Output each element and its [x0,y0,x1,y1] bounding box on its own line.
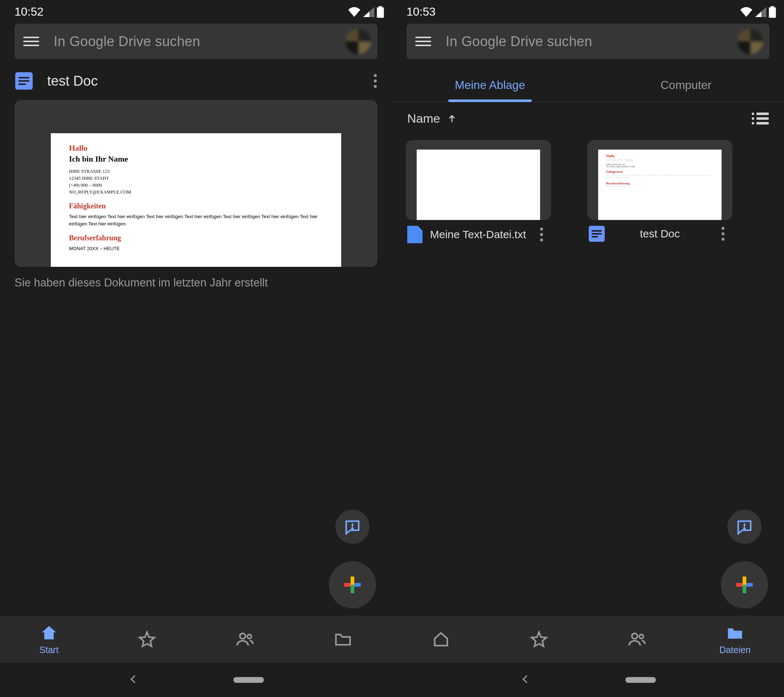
wifi-icon [740,7,753,17]
status-icons [348,6,384,18]
file-grid: Meine Text-Datei.txt Hallo Ich bin Ihr N… [392,140,784,243]
tab-computer[interactable]: Computer [588,69,784,102]
home-icon [40,624,58,643]
search-container: In Google Drive suchen [392,24,784,69]
file-more-icon[interactable] [715,226,731,242]
star-icon [530,630,548,649]
plus-icon [736,577,753,593]
svg-point-3 [247,634,252,639]
search-container: In Google Drive suchen [0,24,392,69]
docs-icon [15,72,33,90]
signal-icon [363,7,375,17]
feedback-fab[interactable] [335,510,369,544]
nav-starred[interactable] [98,616,196,663]
file-more-icon[interactable] [534,227,550,242]
feedback-fab[interactable] [727,510,761,544]
suggestion-preview[interactable]: Hallo Ich bin Ihr Name IHRE STRASSE 123 … [15,100,377,267]
system-back[interactable] [520,674,531,686]
system-back[interactable] [128,674,139,686]
screen-files: 10:53 In Google Drive suchen Meine Ablag… [392,0,784,697]
document-preview: Hallo Ich bin Ihr Name IHRE STRASSE 123 … [51,133,341,267]
svg-point-5 [744,528,745,529]
file-thumbnail [406,140,551,220]
docs-icon [589,226,605,242]
account-avatar[interactable] [346,29,371,54]
home-icon [432,630,450,649]
file-item-txt[interactable]: Meine Text-Datei.txt [406,140,551,243]
star-icon [138,630,156,649]
file-meta: Meine Text-Datei.txt [406,220,551,243]
file-item-doc[interactable]: Hallo Ich bin Ihr Name IHRE STRASSE 123 … [587,140,733,243]
status-time: 10:53 [407,5,436,18]
signal-icon [755,7,767,17]
search-bar[interactable]: In Google Drive suchen [407,24,769,59]
nav-starred[interactable] [490,616,588,663]
sort-ascending-icon[interactable] [447,114,457,124]
plus-icon [344,577,361,593]
feedback-icon [736,518,753,535]
fab-stack [329,510,376,608]
system-home-pill[interactable] [625,677,656,683]
suggestion-header: test Doc [0,69,392,96]
nav-files-label: Dateien [720,645,751,655]
battery-icon [377,6,384,18]
create-fab[interactable] [329,561,376,608]
status-icons [740,6,776,18]
fab-stack [721,510,768,608]
file-name: test Doc [605,227,715,241]
svg-point-2 [240,633,245,639]
status-bar: 10:53 [392,0,784,24]
system-home-pill[interactable] [233,677,264,683]
system-nav [392,663,784,697]
screen-home: 10:52 In Google Drive suchen test Doc Ha… [0,0,392,697]
view-toggle-list-icon[interactable] [752,112,769,125]
search-placeholder: In Google Drive suchen [54,34,346,49]
sort-label[interactable]: Name [407,112,440,125]
account-avatar[interactable] [738,29,763,54]
suggestion-title: test Doc [47,73,98,89]
svg-point-7 [639,634,644,639]
battery-icon [769,6,776,18]
sort-row: Name [392,102,784,140]
file-meta: test Doc [587,220,733,242]
status-time: 10:52 [15,5,44,18]
folder-icon [334,630,352,649]
nav-files[interactable] [294,616,392,663]
file-thumbnail: Hallo Ich bin Ihr Name IHRE STRASSE 123 … [587,140,733,220]
nav-home[interactable]: Start [0,616,98,663]
system-nav [0,663,392,697]
people-icon [628,630,646,649]
suggestion-caption: Sie haben dieses Dokument im letzten Jah… [0,267,392,299]
file-name: Meine Text-Datei.txt [422,227,534,241]
search-placeholder: In Google Drive suchen [446,34,738,49]
nav-shared[interactable] [196,616,294,663]
svg-point-1 [352,528,353,529]
people-icon [236,630,254,649]
create-fab[interactable] [721,561,768,608]
bottom-nav: Start [0,616,392,663]
nav-shared[interactable] [588,616,686,663]
nav-home-label: Start [40,645,59,655]
search-bar[interactable]: In Google Drive suchen [15,24,377,59]
menu-icon[interactable] [415,33,431,49]
menu-icon[interactable] [23,33,39,49]
text-file-icon [407,226,422,243]
feedback-icon [344,518,361,535]
nav-home[interactable] [392,616,490,663]
more-options-icon[interactable] [367,73,383,89]
status-bar: 10:52 [0,0,392,24]
svg-point-6 [632,633,637,639]
bottom-nav: Dateien [392,616,784,663]
tab-my-drive[interactable]: Meine Ablage [392,69,588,102]
folder-icon [726,624,744,643]
nav-files[interactable]: Dateien [686,616,784,663]
wifi-icon [348,7,361,17]
drive-tabs: Meine Ablage Computer [392,69,784,102]
